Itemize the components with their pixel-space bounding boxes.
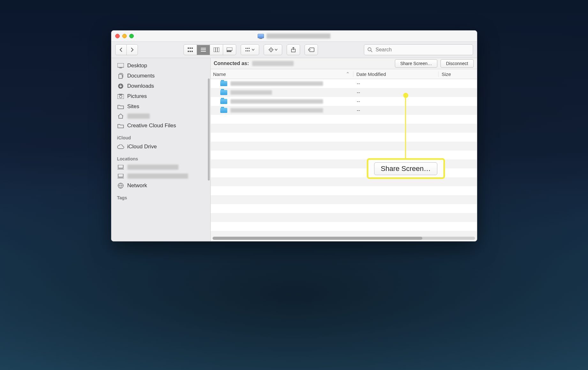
main-pane: Connected as: Share Screen… Disconnect N… <box>211 58 477 241</box>
titlebar <box>111 31 477 42</box>
pictures-icon <box>117 94 124 99</box>
connection-bar: Connected as: Share Screen… Disconnect <box>211 58 477 69</box>
sidebar[interactable]: Desktop Documents Downloads Pictures Sit… <box>111 58 211 241</box>
file-name-redacted <box>230 108 323 113</box>
svg-point-23 <box>271 49 272 50</box>
svg-point-31 <box>368 48 371 51</box>
folder-icon <box>117 104 124 109</box>
sidebar-item-label: Downloads <box>127 83 154 89</box>
window-title-redacted <box>267 33 330 39</box>
globe-icon <box>117 183 124 189</box>
horizontal-scrollbar[interactable] <box>213 237 475 240</box>
svg-rect-19 <box>245 50 246 51</box>
column-header-date-modified[interactable]: Date Modified <box>353 71 438 77</box>
laptop-icon <box>117 165 124 169</box>
sidebar-item-location-2[interactable] <box>111 172 210 181</box>
share-button[interactable] <box>287 44 300 55</box>
svg-rect-18 <box>249 48 250 49</box>
view-gallery-button[interactable] <box>223 44 236 55</box>
sidebar-item-pictures[interactable]: Pictures <box>111 91 210 101</box>
computer-icon <box>258 34 264 38</box>
svg-rect-39 <box>118 165 123 168</box>
list-item[interactable]: -- <box>211 79 477 88</box>
view-icons-button[interactable] <box>184 44 197 55</box>
column-header-size[interactable]: Size <box>438 71 477 77</box>
svg-rect-41 <box>118 174 123 177</box>
sidebar-item-label-redacted <box>127 114 150 119</box>
svg-rect-21 <box>249 50 250 51</box>
column-headers: Name ⌃ Date Modified Size <box>211 69 477 79</box>
scrollbar-thumb[interactable] <box>213 237 423 240</box>
list-item[interactable]: -- <box>211 88 477 97</box>
list-item[interactable]: -- <box>211 97 477 106</box>
sidebar-section-tags: Tags <box>111 191 210 202</box>
sidebar-item-label: Desktop <box>127 63 147 69</box>
tags-button[interactable] <box>305 44 318 55</box>
sidebar-item-network[interactable]: Network <box>111 181 210 191</box>
file-name-redacted <box>230 99 323 104</box>
sidebar-item-documents[interactable]: Documents <box>111 71 210 81</box>
file-name-redacted <box>230 90 272 95</box>
sidebar-item-label: Sites <box>127 103 139 110</box>
svg-rect-0 <box>188 48 189 49</box>
connected-as-value-redacted <box>252 61 294 66</box>
laptop-icon <box>117 174 124 178</box>
sidebar-item-sites[interactable]: Sites <box>111 101 210 112</box>
home-icon <box>117 114 124 119</box>
annotation-line <box>405 96 406 160</box>
svg-rect-14 <box>229 51 230 52</box>
view-columns-button[interactable] <box>210 44 223 55</box>
share-screen-button[interactable]: Share Screen… <box>395 59 438 68</box>
svg-rect-12 <box>227 48 232 50</box>
sidebar-item-downloads[interactable]: Downloads <box>111 81 210 91</box>
svg-line-32 <box>371 51 372 52</box>
nav-back-button[interactable] <box>115 44 127 55</box>
sidebar-item-icloud-drive[interactable]: iCloud Drive <box>111 142 210 152</box>
cloud-icon <box>117 144 124 149</box>
list-item[interactable]: -- <box>211 106 477 115</box>
svg-rect-17 <box>247 48 248 49</box>
svg-rect-3 <box>188 51 189 52</box>
sidebar-item-location-1[interactable] <box>111 163 210 172</box>
column-header-name[interactable]: Name ⌃ <box>211 71 353 77</box>
sidebar-item-label: Creative Cloud Files <box>127 122 176 129</box>
annotation-callout-label: Share Screen… <box>374 162 438 175</box>
fullscreen-window-button[interactable] <box>129 34 134 38</box>
svg-rect-4 <box>190 51 191 52</box>
svg-rect-33 <box>117 63 124 67</box>
sidebar-item-label: Network <box>127 182 147 189</box>
minimize-window-button[interactable] <box>122 34 127 38</box>
svg-rect-5 <box>192 51 193 52</box>
svg-rect-20 <box>247 50 248 51</box>
folder-icon <box>117 123 124 128</box>
sidebar-item-label-redacted <box>127 165 178 170</box>
svg-rect-2 <box>192 48 193 49</box>
svg-rect-36 <box>117 94 124 99</box>
sidebar-item-label: iCloud Drive <box>127 144 157 150</box>
date-modified-cell: -- <box>354 107 439 113</box>
sidebar-item-creative-cloud[interactable]: Creative Cloud Files <box>111 121 210 131</box>
action-gear-dropdown[interactable] <box>264 44 282 55</box>
view-switcher <box>184 44 236 55</box>
svg-rect-16 <box>245 48 246 49</box>
nav-forward-button[interactable] <box>126 44 138 55</box>
sidebar-section-icloud: iCloud <box>111 131 210 142</box>
svg-rect-15 <box>230 51 231 52</box>
sidebar-item-desktop[interactable]: Desktop <box>111 61 210 71</box>
search-field[interactable] <box>364 44 473 55</box>
svg-rect-1 <box>190 48 191 49</box>
view-list-button[interactable] <box>197 44 210 55</box>
svg-rect-13 <box>227 51 228 52</box>
sort-ascending-icon: ⌃ <box>346 71 350 77</box>
search-input[interactable] <box>375 47 470 53</box>
svg-point-30 <box>310 49 311 50</box>
group-by-dropdown[interactable] <box>241 44 259 55</box>
disconnect-button[interactable]: Disconnect <box>441 59 473 68</box>
finder-window: Desktop Documents Downloads Pictures Sit… <box>111 30 477 241</box>
sidebar-item-home[interactable] <box>111 112 210 121</box>
date-modified-cell: -- <box>354 81 439 86</box>
connected-as-label: Connected as: <box>214 61 249 66</box>
shared-folder-icon <box>220 108 227 113</box>
shared-folder-icon <box>220 90 227 95</box>
close-window-button[interactable] <box>115 34 120 38</box>
